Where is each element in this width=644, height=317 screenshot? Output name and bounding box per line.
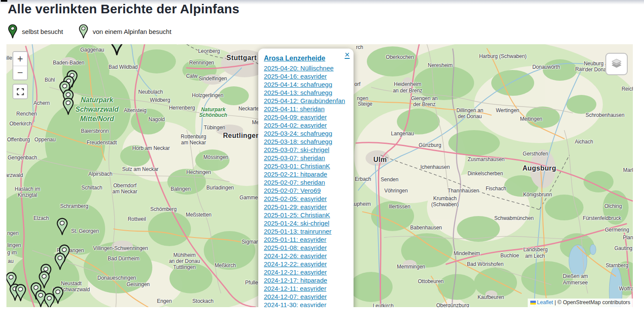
- map-label: Bad Wörishofen: [467, 261, 503, 267]
- report-link[interactable]: 2025-01-29: easyrider: [264, 203, 348, 211]
- report-link[interactable]: 2025-03-24: schafruegg: [264, 129, 348, 137]
- map-label: Mitte/Nord: [80, 115, 114, 123]
- map-label: Altensteig: [124, 107, 147, 113]
- report-link[interactable]: 2025-01-24: ski-chrigel: [264, 219, 348, 227]
- map-marker[interactable]: [15, 284, 27, 302]
- map-label: Harburg (Schwaben): [479, 53, 527, 59]
- map-label: Renchen: [16, 111, 37, 117]
- map-label: g im: [7, 250, 17, 256]
- report-link[interactable]: 2024-12-07: easyrider: [264, 293, 348, 301]
- map-label: Holzgerlingen: [192, 92, 223, 98]
- report-link[interactable]: 2025-04-09: easyrider: [264, 113, 348, 121]
- report-link[interactable]: 2025-04-16: easyrider: [264, 72, 348, 80]
- report-link[interactable]: 2025-04-11: sheridan: [264, 105, 348, 113]
- map-label: Donaueschingen: [97, 275, 136, 281]
- leaflet-map[interactable]: GaggenauBaden-BadenBad WildbadLeonbergRe…: [6, 44, 633, 307]
- report-link[interactable]: 2025-02-21: hitparade: [264, 170, 348, 178]
- layers-control[interactable]: [605, 53, 628, 75]
- report-link[interactable]: 2024-12-11: easyrider: [264, 284, 348, 293]
- map-label: Vöhringen: [384, 188, 408, 194]
- report-link[interactable]: 2025-03-01: ChristianK: [264, 162, 348, 170]
- map-label: Oberndorf: [113, 183, 136, 189]
- map-marker[interactable]: [43, 293, 55, 307]
- map-label: Alpirsbach: [88, 171, 112, 177]
- map-label: Heidenheim: [394, 81, 421, 87]
- map-marker[interactable]: [56, 218, 68, 235]
- zoom-out-button[interactable]: −: [13, 66, 27, 79]
- report-link[interactable]: 2024-12-22: easyrider: [264, 260, 348, 268]
- report-link[interactable]: 2025-03-18: schafruegg: [264, 137, 348, 146]
- map-label: Kinzigtal: [18, 192, 37, 198]
- map-label: Achern: [33, 100, 50, 106]
- map-label: Gengenbach: [8, 155, 37, 161]
- ukraine-flag-icon: [530, 301, 536, 305]
- map-label: Germering: [605, 227, 629, 233]
- report-link[interactable]: 2024-12-17: hitparade: [264, 276, 348, 284]
- report-link[interactable]: 2025-01-11: easyrider: [264, 235, 348, 244]
- map-marker[interactable]: [62, 98, 74, 115]
- map-label: Offenburg: [7, 137, 30, 143]
- map-label: Starnberg: [606, 262, 629, 268]
- map-label: Reutlingen: [223, 132, 260, 140]
- legend-pin-light-icon: [79, 24, 88, 39]
- report-link[interactable]: 2025-03-07: sheridan: [264, 154, 348, 162]
- map-label: au: [8, 258, 13, 264]
- map-label: Langenau: [391, 131, 414, 137]
- leaflet-attribution-link[interactable]: Leaflet: [537, 299, 553, 305]
- popup-close-button[interactable]: ×: [345, 51, 350, 58]
- page-title: Alle verlinkten Berichte der Alpinfans: [8, 2, 239, 16]
- map-marker[interactable]: [54, 253, 66, 270]
- report-link[interactable]: 2024-11-30: easyrider: [264, 301, 348, 307]
- map-label: Ulm: [373, 156, 387, 164]
- report-link[interactable]: 2025-02-07: Vero69: [264, 186, 348, 195]
- map-label: Oberkirch: [9, 121, 32, 127]
- map-label: Villingen-Schwenningen: [93, 245, 148, 251]
- report-link[interactable]: 2025-03-07: ski-chrigel: [264, 146, 348, 154]
- map-label: orf: [354, 81, 360, 87]
- report-link[interactable]: 2025-02-07: sheridan: [264, 178, 348, 186]
- legend-label-alpinfan-visited: von einem Alpinfan besucht: [93, 28, 171, 35]
- map-label: ville: [6, 55, 12, 61]
- map-label: Elzach: [33, 215, 49, 221]
- report-link[interactable]: 2024-12-26: easyrider: [264, 252, 348, 260]
- map-label: der Donau: [458, 113, 482, 119]
- map-label: Wertingen: [496, 107, 519, 113]
- map-label: Plane: [623, 235, 633, 241]
- map-label: Dinkelscherben: [468, 171, 503, 177]
- report-link[interactable]: 2024-12-21: easyrider: [264, 268, 348, 276]
- report-link[interactable]: 2025-04-13: schafruegg: [264, 88, 348, 97]
- report-links-list: 2025-04-20: Nüllischnee2025-04-16: easyr…: [264, 64, 348, 307]
- map-label: Günzburg: [419, 142, 441, 148]
- report-link[interactable]: 2025-04-14: schafruegg: [264, 80, 348, 88]
- map-label: ngen: [357, 95, 369, 101]
- map-label: Wildberg: [150, 97, 170, 103]
- legend-pin-dark-icon: [8, 24, 18, 39]
- map-label: Tuttlingen: [173, 264, 196, 270]
- map-label: am Neckar: [112, 189, 137, 195]
- report-link[interactable]: 2025-02-05: easyrider: [264, 195, 348, 203]
- map-marker[interactable]: [108, 44, 126, 55]
- map-label: Nagold: [148, 116, 165, 122]
- map-label: Meßkirch: [215, 262, 236, 268]
- map-label: Naturpark: [201, 107, 226, 113]
- layers-icon: [610, 57, 623, 71]
- map-label: Kaufbeuren: [478, 294, 504, 300]
- map-label: Buchloe: [500, 253, 519, 259]
- map-label: Schiltach: [82, 185, 103, 191]
- fullscreen-icon: [16, 88, 24, 96]
- map-label: Haslach im: [15, 186, 40, 192]
- report-link[interactable]: 2025-01-13: trainrunner: [264, 227, 348, 235]
- map-label: am Neckar: [181, 140, 206, 146]
- map-label: Schömberg: [150, 206, 176, 212]
- report-link[interactable]: 2025-04-02: easyrider: [264, 121, 348, 129]
- report-link[interactable]: 2025-04-12: Graubündenfan: [264, 97, 348, 105]
- map-label: Olching: [605, 203, 622, 209]
- map-label: Ammersee: [563, 280, 588, 286]
- map-label: Markt Indersdorf: [623, 167, 633, 173]
- fullscreen-button[interactable]: [13, 85, 27, 98]
- popup-title-link[interactable]: Arosa Lenzerheide: [264, 54, 348, 63]
- report-link[interactable]: 2025-01-25: ChristianK: [264, 211, 348, 219]
- report-link[interactable]: 2025-01-08: easyrider: [264, 244, 348, 252]
- zoom-in-button[interactable]: +: [13, 52, 27, 66]
- report-link[interactable]: 2025-04-20: Nüllischnee: [264, 64, 348, 72]
